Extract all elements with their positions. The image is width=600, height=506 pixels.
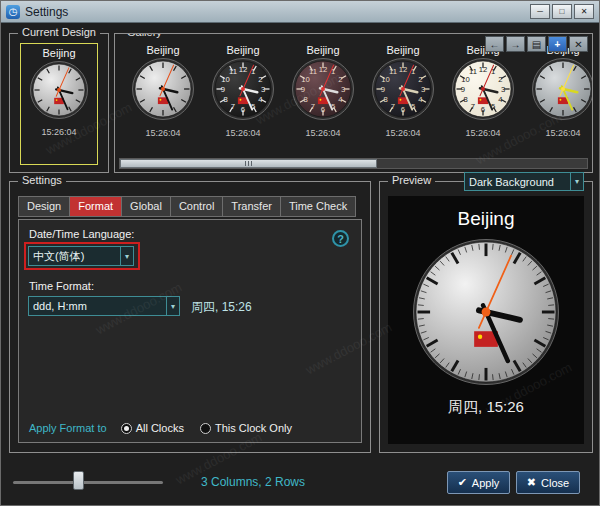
app-icon: ◷ bbox=[6, 5, 20, 19]
close-button[interactable]: ✕ bbox=[574, 4, 594, 19]
close-dialog-button[interactable]: ✖ Close bbox=[516, 471, 580, 494]
radio-icon bbox=[200, 423, 211, 434]
svg-text:2: 2 bbox=[338, 75, 342, 84]
gallery-item[interactable]: Beijing 123456789101112 15:26:04 bbox=[203, 43, 283, 138]
close-button-label: Close bbox=[541, 477, 569, 489]
gallery-scrollbar-thumb[interactable] bbox=[120, 159, 377, 168]
gallery-item[interactable]: Beijing 15:26:04 bbox=[123, 43, 203, 138]
tab-time-check[interactable]: Time Check bbox=[280, 196, 356, 217]
settings-tabs: Design Format Global Control Transfer Ti… bbox=[18, 196, 356, 217]
gallery-save-button[interactable]: ▤ bbox=[527, 36, 546, 52]
maximize-button[interactable]: □ bbox=[552, 4, 572, 19]
gallery-toolbar: ← → ▤ + ✕ bbox=[485, 36, 588, 52]
svg-text:9: 9 bbox=[221, 85, 225, 94]
radio-this-clock-only[interactable]: This Clock Only bbox=[200, 422, 292, 434]
svg-text:12: 12 bbox=[319, 65, 328, 74]
svg-text:9: 9 bbox=[381, 85, 385, 94]
window-title: Settings bbox=[25, 5, 68, 19]
preview-clock-name: Beijing bbox=[457, 208, 514, 230]
tab-global[interactable]: Global bbox=[121, 196, 170, 217]
tab-control[interactable]: Control bbox=[170, 196, 222, 217]
apply-format-label: Apply Format to bbox=[29, 422, 107, 434]
svg-text:12: 12 bbox=[239, 65, 248, 74]
apply-button[interactable]: ✔ Apply bbox=[447, 471, 510, 494]
radio-icon bbox=[121, 423, 132, 434]
help-button[interactable]: ? bbox=[332, 230, 349, 247]
svg-text:7: 7 bbox=[471, 102, 475, 111]
gallery-remove-button[interactable]: ✕ bbox=[569, 36, 588, 52]
gallery-scrollbar[interactable] bbox=[119, 158, 588, 169]
svg-text:2: 2 bbox=[498, 75, 502, 84]
svg-text:11: 11 bbox=[389, 67, 397, 76]
svg-text:6: 6 bbox=[481, 105, 485, 114]
clock-name: Beijing bbox=[306, 43, 339, 57]
svg-text:12: 12 bbox=[399, 65, 408, 74]
svg-text:3: 3 bbox=[341, 85, 345, 94]
svg-text:11: 11 bbox=[309, 67, 317, 76]
layout-slider-thumb[interactable] bbox=[73, 471, 84, 490]
gallery-clock: 123456789101112 bbox=[451, 57, 515, 125]
svg-text:9: 9 bbox=[301, 85, 305, 94]
svg-text:12: 12 bbox=[479, 65, 488, 74]
gallery-item[interactable]: Beijing 123456789101112 15:26:04 bbox=[283, 43, 363, 138]
content-area: Current Design Beijing 15:26:04 Gallery … bbox=[1, 23, 599, 505]
svg-text:2: 2 bbox=[418, 75, 422, 84]
svg-text:4: 4 bbox=[258, 95, 263, 104]
svg-text:7: 7 bbox=[231, 102, 235, 111]
gallery-clock bbox=[531, 57, 593, 125]
clock-time: 15:26:04 bbox=[305, 128, 340, 138]
gallery-label: Gallery bbox=[123, 33, 166, 38]
svg-text:4: 4 bbox=[418, 95, 423, 104]
clock-time: 15:26:04 bbox=[145, 128, 180, 138]
svg-text:2: 2 bbox=[258, 75, 262, 84]
format-tab-panel: Date/Time Language: 中文(简体) ▾ ? Time Form… bbox=[18, 219, 362, 443]
language-select[interactable]: 中文(简体) ▾ bbox=[28, 246, 134, 266]
tab-design[interactable]: Design bbox=[18, 196, 69, 217]
grid-layout-text: 3 Columns, 2 Rows bbox=[201, 475, 305, 489]
clock-name: Beijing bbox=[146, 43, 179, 57]
preview-clock bbox=[412, 238, 560, 390]
settings-window: ◷ Settings ─ □ ✕ Current Design Beijing … bbox=[0, 0, 600, 506]
gallery-clock bbox=[131, 57, 195, 125]
clock-name: Beijing bbox=[42, 46, 75, 60]
tab-transfer[interactable]: Transfer bbox=[222, 196, 280, 217]
preview-clock-date: 周四, 15:26 bbox=[448, 398, 524, 417]
minimize-button[interactable]: ─ bbox=[530, 4, 550, 19]
layout-slider-track[interactable] bbox=[13, 481, 163, 484]
titlebar[interactable]: ◷ Settings ─ □ ✕ bbox=[1, 1, 599, 23]
svg-text:4: 4 bbox=[498, 95, 503, 104]
footer: 3 Columns, 2 Rows ✔ Apply ✖ Close bbox=[1, 465, 599, 505]
clock-time: 15:26:04 bbox=[545, 128, 580, 138]
preview-background-select[interactable]: Dark Background ▾ bbox=[464, 172, 584, 191]
svg-text:3: 3 bbox=[261, 85, 265, 94]
preview-background-value: Dark Background bbox=[469, 176, 554, 188]
gallery-prev-button[interactable]: ← bbox=[485, 36, 504, 52]
gallery-item[interactable]: Beijing 123456789101112 15:26:04 bbox=[363, 43, 443, 138]
svg-text:6: 6 bbox=[401, 105, 405, 114]
time-format-select[interactable]: ddd, H:mm ▾ bbox=[28, 296, 180, 316]
time-format-label: Time Format: bbox=[29, 280, 94, 292]
svg-text:6: 6 bbox=[321, 105, 325, 114]
current-design-clock bbox=[29, 60, 89, 124]
gallery-item[interactable]: Beijing 123456789101112 15:26:04 bbox=[443, 43, 523, 138]
preview-label: Preview bbox=[388, 174, 435, 186]
apply-format-row: Apply Format to All Clocks This Clock On… bbox=[29, 422, 308, 434]
gallery-item[interactable]: Beijing 15:26:04 bbox=[523, 43, 593, 138]
clock-name: Beijing bbox=[226, 43, 259, 57]
gallery-clock: 123456789101112 bbox=[371, 57, 435, 125]
gallery-clock: 123456789101112 bbox=[291, 57, 355, 125]
current-design-label: Current Design bbox=[18, 26, 100, 38]
svg-text:4: 4 bbox=[338, 95, 343, 104]
chevron-down-icon: ▾ bbox=[120, 247, 129, 265]
clock-time: 15:26:04 bbox=[41, 127, 76, 137]
time-format-value: ddd, H:mm bbox=[33, 300, 87, 312]
radio-all-clocks[interactable]: All Clocks bbox=[121, 422, 184, 434]
settings-group: Settings Design Format Global Control Tr… bbox=[9, 181, 371, 453]
current-design-thumbnail[interactable]: Beijing 15:26:04 bbox=[20, 43, 98, 165]
clock-name: Beijing bbox=[386, 43, 419, 57]
tab-format[interactable]: Format bbox=[69, 196, 121, 217]
gallery-add-button[interactable]: + bbox=[548, 36, 567, 52]
clock-time: 15:26:04 bbox=[225, 128, 260, 138]
x-icon: ✖ bbox=[527, 476, 536, 489]
gallery-next-button[interactable]: → bbox=[506, 36, 525, 52]
